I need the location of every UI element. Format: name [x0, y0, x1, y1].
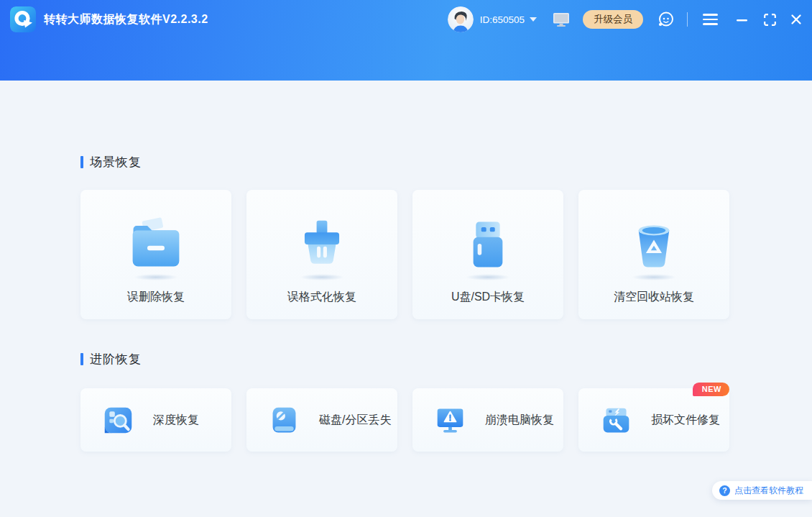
card-label: 损坏文件修复 [651, 413, 720, 428]
card-file-repair[interactable]: 损坏文件修复 NEW [578, 388, 729, 452]
section-title: 进阶恢复 [90, 351, 142, 367]
usb-drive-icon [455, 217, 521, 270]
card-usb-sd-recovery[interactable]: U盘/SD卡恢复 [412, 190, 563, 319]
section-accent-bar [80, 156, 83, 168]
section-header-scenario: 场景恢复 [80, 154, 142, 170]
card-recycle-bin-recovery[interactable]: 清空回收站恢复 [578, 190, 729, 319]
card-label: 深度恢复 [153, 413, 199, 428]
titlebar-divider [687, 12, 688, 27]
user-id-dropdown[interactable]: ID:650505 [480, 14, 537, 25]
card-label: 崩溃电脑恢复 [485, 413, 554, 428]
card-label: 误删除恢复 [127, 290, 185, 305]
icon-shadow [134, 274, 178, 280]
dropdown-caret-icon [530, 17, 537, 22]
card-label: 误格式化恢复 [287, 290, 356, 305]
card-deleted-file-recovery[interactable]: 误删除恢复 [80, 190, 231, 319]
recycle-bin-icon [621, 217, 687, 270]
minimize-icon[interactable] [736, 14, 748, 26]
deep-scan-icon [102, 404, 134, 436]
upgrade-member-button[interactable]: 升级会员 [583, 10, 643, 29]
titlebar: 转转大师数据恢复软件V2.2.3.2 [0, 0, 812, 39]
section-title: 场景恢复 [90, 154, 142, 170]
file-repair-icon [600, 404, 632, 436]
monitor-icon[interactable] [553, 12, 570, 27]
hamburger-menu-icon[interactable] [701, 12, 720, 27]
icon-shadow [632, 274, 676, 280]
question-icon: ? [719, 485, 730, 496]
tutorial-button[interactable]: ? 点击查看软件教程 [712, 481, 812, 500]
card-crashed-pc-recovery[interactable]: 崩溃电脑恢复 [412, 388, 563, 452]
card-label: 磁盘/分区丢失 [319, 413, 391, 428]
icon-shadow [466, 274, 510, 280]
new-badge: NEW [693, 383, 729, 396]
app-window: 转转大师数据恢复软件V2.2.3.2 [0, 0, 812, 517]
icon-shadow [300, 274, 344, 280]
brush-icon [289, 217, 355, 270]
close-icon[interactable] [790, 14, 802, 25]
header-bar: 转转大师数据恢复软件V2.2.3.2 [0, 0, 812, 81]
user-id: ID:650505 [480, 14, 525, 25]
card-format-recovery[interactable]: 误格式化恢复 [246, 190, 397, 319]
scenario-cards: 误删除恢复 [80, 190, 729, 319]
folder-icon [123, 217, 189, 270]
card-label: U盘/SD卡恢复 [451, 290, 525, 305]
user-avatar[interactable] [448, 6, 474, 32]
section-accent-bar [80, 353, 83, 365]
app-logo-icon [10, 6, 36, 32]
crashed-pc-icon [434, 404, 466, 436]
disk-partition-icon [268, 404, 300, 436]
advanced-cards: 深度恢复 磁盘/分区丢失 [80, 388, 729, 452]
card-label: 清空回收站恢复 [614, 290, 694, 305]
titlebar-right: ID:650505 升级会员 [448, 6, 802, 32]
card-disk-partition-loss[interactable]: 磁盘/分区丢失 [246, 388, 397, 452]
tutorial-label: 点击查看软件教程 [734, 485, 803, 497]
customer-service-icon[interactable] [656, 10, 675, 29]
app-title: 转转大师数据恢复软件V2.2.3.2 [44, 12, 208, 27]
maximize-icon[interactable] [764, 14, 776, 26]
card-deep-recovery[interactable]: 深度恢复 [80, 388, 231, 452]
section-header-advanced: 进阶恢复 [80, 351, 142, 367]
